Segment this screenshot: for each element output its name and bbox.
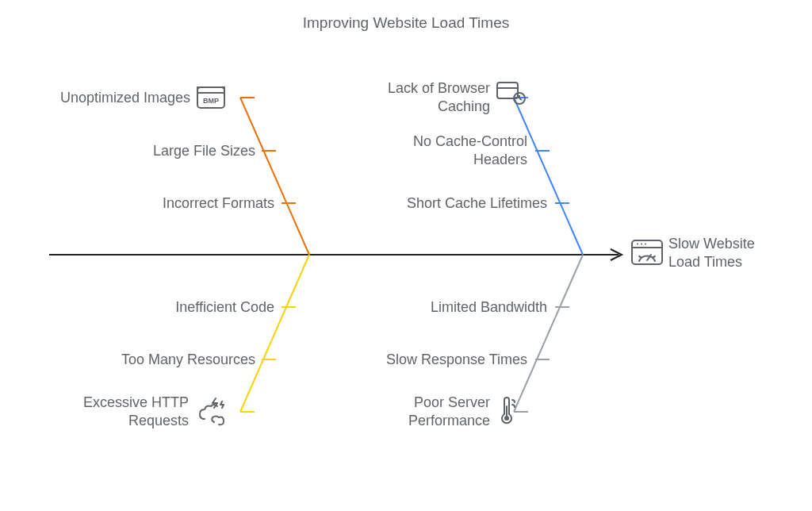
svg-text:BMP: BMP xyxy=(203,97,219,105)
browser-speed-icon xyxy=(630,237,665,269)
svg-line-13 xyxy=(514,255,583,412)
svg-line-9 xyxy=(240,255,309,412)
category-lack-of-caching: Lack of Browser Caching xyxy=(355,79,490,115)
svg-point-29 xyxy=(637,244,638,245)
category-poor-server-perf: Poor Server Performance xyxy=(371,394,490,429)
category-unoptimized-images: Unoptimized Images xyxy=(60,89,190,107)
cause-no-cache-control: No Cache-Control Headers xyxy=(400,133,527,168)
cause-large-file-sizes: Large File Sizes xyxy=(153,142,255,160)
cause-inefficient-code: Inefficient Code xyxy=(175,298,274,317)
cause-too-many-resources: Too Many Resources xyxy=(121,351,255,369)
image-file-icon: BMP xyxy=(195,84,227,111)
cache-icon xyxy=(495,79,527,106)
svg-line-5 xyxy=(514,98,583,255)
effect-label: Slow Website Load Times xyxy=(668,235,787,271)
svg-line-33 xyxy=(639,256,641,257)
cause-incorrect-formats: Incorrect Formats xyxy=(163,194,274,213)
svg-point-31 xyxy=(645,244,646,245)
requests-icon xyxy=(195,395,233,427)
cause-slow-response-times: Slow Response Times xyxy=(386,351,527,369)
svg-line-24 xyxy=(519,98,522,100)
svg-rect-18 xyxy=(197,87,224,93)
cause-limited-bandwidth: Limited Bandwidth xyxy=(431,298,547,317)
svg-line-1 xyxy=(240,98,309,255)
category-excessive-http: Excessive HTTP Requests xyxy=(62,394,189,429)
svg-line-34 xyxy=(653,256,655,257)
cause-short-cache-lifetimes: Short Cache Lifetimes xyxy=(389,194,547,213)
svg-point-30 xyxy=(641,244,642,245)
thermometer-icon xyxy=(495,395,522,427)
